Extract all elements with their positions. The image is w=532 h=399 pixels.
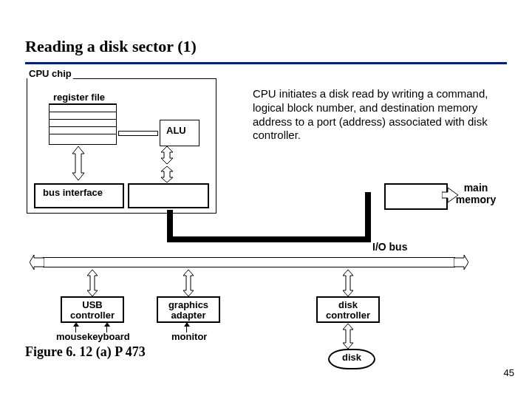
keyboard-arrow-icon — [104, 322, 110, 327]
svg-marker-7 — [87, 270, 98, 296]
mouse-arrow-icon — [73, 322, 79, 327]
svg-marker-1 — [161, 146, 173, 164]
svg-marker-8 — [183, 270, 194, 296]
disk-bus-arrow-icon — [343, 270, 352, 280]
page-number: 45 — [504, 367, 514, 378]
io-bus-left-arrow-icon — [30, 255, 44, 273]
alu-bus-arrow-icon — [160, 146, 174, 160]
usb-bus-arrow-icon — [87, 270, 96, 280]
bus-if-arrow-icon — [160, 166, 174, 180]
memory-bus-segment — [167, 236, 368, 242]
disk-icon: disk — [328, 349, 375, 369]
chip-bus-box — [128, 183, 209, 208]
regfile-bus-arrow-icon — [71, 146, 86, 160]
title-rule — [25, 62, 507, 64]
svg-marker-2 — [161, 166, 173, 183]
alu-label: ALU — [166, 125, 186, 136]
main-memory-box — [384, 183, 448, 210]
io-bus — [43, 257, 455, 267]
slide-title: Reading a disk sector (1) — [25, 37, 197, 56]
description-text: CPU initiates a disk read by writing a c… — [253, 87, 504, 143]
cpu-chip-label: CPU chip — [27, 68, 73, 79]
svg-marker-10 — [343, 324, 353, 349]
svg-marker-3 — [442, 188, 458, 202]
mouse-keyboard-label: mousekeyboard — [56, 331, 130, 342]
monitor-arrow-icon — [184, 322, 190, 327]
svg-marker-9 — [343, 270, 353, 296]
register-file-box — [49, 103, 117, 145]
disk-controller-box: disk controller — [316, 296, 380, 323]
graphics-bus-arrow-icon — [183, 270, 192, 280]
register-file-label: register file — [53, 92, 105, 103]
main-memory-arrow-icon — [442, 186, 458, 207]
memory-bus-segment — [365, 192, 371, 242]
svg-marker-6 — [454, 255, 468, 270]
graphics-adapter-box: graphics adapter — [157, 296, 220, 323]
io-bus-right-arrow-icon — [454, 255, 468, 273]
svg-marker-5 — [30, 255, 44, 270]
disk-link-arrow-icon — [343, 324, 352, 334]
io-bus-label: I/O bus — [372, 241, 407, 253]
monitor-label: monitor — [171, 331, 207, 342]
slide: Reading a disk sector (1) CPU chip regis… — [0, 0, 532, 399]
bus-interface-label: bus interface — [43, 187, 103, 198]
usb-controller-box: USB controller — [61, 296, 124, 323]
svg-marker-0 — [72, 146, 84, 180]
figure-caption: Figure 6. 12 (a) P 473 — [25, 344, 146, 360]
internal-bus — [118, 131, 158, 136]
main-memory-label: main memory — [454, 182, 498, 205]
